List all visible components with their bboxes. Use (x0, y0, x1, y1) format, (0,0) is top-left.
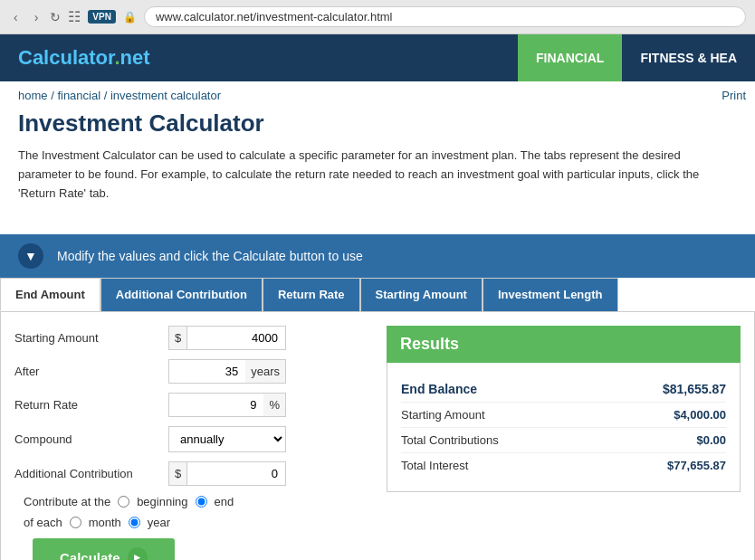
compound-label: Compound (14, 432, 168, 446)
result-value-total-contributions: $0.00 (696, 433, 726, 447)
additional-prefix: $ (169, 462, 187, 485)
result-label-starting-amount: Starting Amount (401, 408, 485, 422)
starting-amount-row: Starting Amount $ (14, 326, 368, 350)
year-radio[interactable] (129, 517, 140, 528)
additional-contribution-input-wrap: $ (168, 461, 286, 486)
nav-tab-financial[interactable]: FINANCIAL (518, 34, 622, 81)
breadcrumb-financial[interactable]: financial (57, 89, 100, 102)
tab-end-amount[interactable]: End Amount (0, 278, 100, 311)
result-value-end-balance: $81,655.87 (663, 382, 726, 396)
result-label-total-interest: Total Interest (401, 459, 468, 472)
starting-amount-input[interactable] (187, 327, 285, 349)
return-rate-suffix: % (263, 394, 285, 416)
main-content: Investment Calculator The Investment Cal… (0, 109, 755, 234)
logo-text: Calculator (18, 46, 114, 69)
beginning-radio[interactable] (118, 496, 129, 508)
result-row-total-interest: Total Interest $77,655.87 (401, 453, 726, 478)
vpn-badge: VPN (88, 10, 116, 24)
calculate-label: Calculate (60, 550, 120, 560)
calc-form: Starting Amount $ After years Return Rat… (14, 326, 368, 560)
page-content: home / financial / investment calculator… (0, 81, 755, 560)
starting-amount-prefix: $ (169, 327, 187, 349)
additional-contribution-label: Additional Contribution (14, 467, 168, 480)
return-rate-input-wrap: % (168, 393, 286, 417)
tab-starting-amount[interactable]: Starting Amount (360, 278, 483, 311)
page-title: Investment Calculator (18, 109, 737, 138)
result-row-total-contributions: Total Contributions $0.00 (401, 428, 726, 453)
end-label: end (215, 495, 234, 508)
results-title: Results (387, 326, 741, 363)
beginning-label: beginning (137, 495, 187, 508)
site-logo[interactable]: Calculator.net (18, 35, 150, 81)
result-row-starting-amount: Starting Amount $4,000.00 (401, 403, 726, 428)
tabs-row: End Amount Additional Contribution Retur… (0, 278, 755, 311)
breadcrumb-investment-calculator[interactable]: investment calculator (110, 89, 221, 102)
calculate-arrow-icon: ► (128, 547, 148, 560)
return-rate-label: Return Rate (14, 398, 168, 412)
month-radio[interactable] (70, 517, 81, 528)
results-panel: Results End Balance $81,655.87 Starting … (387, 326, 741, 560)
after-input[interactable] (169, 360, 245, 383)
starting-amount-input-wrap: $ (168, 326, 286, 350)
calculator-section: Starting Amount $ After years Return Rat… (0, 311, 755, 560)
back-button[interactable]: ‹ (9, 8, 23, 26)
return-rate-row: Return Rate % (14, 393, 368, 417)
result-label-total-contributions: Total Contributions (401, 433, 499, 447)
year-label: year (148, 516, 170, 529)
nav-tab-fitness[interactable]: FITNESS & HEA (622, 34, 755, 81)
after-row: After years (14, 359, 368, 384)
tab-investment-length[interactable]: Investment Length (483, 278, 618, 311)
breadcrumb-home[interactable]: home (18, 89, 48, 102)
month-label: month (89, 516, 121, 529)
forward-button[interactable]: › (30, 8, 43, 26)
browser-bar: ‹ › ↻ ☷ VPN 🔒 www.calculator.net/investm… (0, 0, 755, 34)
page-description: The Investment Calculator can be used to… (18, 147, 737, 203)
result-value-starting-amount: $4,000.00 (674, 408, 726, 422)
info-bar: ▼ Modify the values and click the Calcul… (0, 234, 755, 278)
breadcrumb: home / financial / investment calculator (0, 81, 239, 109)
site-header: Calculator.net FINANCIAL FITNESS & HEA (0, 34, 755, 81)
return-rate-input[interactable] (169, 394, 263, 416)
result-row-end-balance: End Balance $81,655.87 (401, 376, 726, 403)
starting-amount-label: Starting Amount (14, 331, 168, 345)
print-link[interactable]: Print (722, 89, 755, 102)
grid-icon: ☷ (68, 8, 81, 25)
logo-suffix: net (120, 46, 150, 69)
compound-row: Compound annually semi-annually quarterl… (14, 426, 368, 452)
compound-select[interactable]: annually semi-annually quarterly monthly… (168, 426, 286, 452)
result-value-total-interest: $77,655.87 (667, 459, 726, 472)
lock-icon: 🔒 (123, 11, 137, 24)
additional-contribution-row: Additional Contribution $ (14, 461, 368, 486)
results-body: End Balance $81,655.87 Starting Amount $… (387, 363, 741, 492)
contribute-timing-row: Contribute at the beginning end (14, 495, 368, 508)
calculate-button[interactable]: Calculate ► (33, 538, 175, 560)
nav-tabs: FINANCIAL FITNESS & HEA (518, 34, 755, 81)
after-label: After (14, 365, 168, 378)
after-input-wrap: years (168, 359, 286, 384)
refresh-button[interactable]: ↻ (50, 10, 61, 24)
end-radio[interactable] (196, 496, 207, 508)
contribute-label: Contribute at the (24, 495, 110, 508)
after-suffix: years (245, 360, 285, 383)
of-each-label: of each (24, 516, 62, 529)
tab-additional-contribution[interactable]: Additional Contribution (100, 278, 263, 311)
info-bar-text: Modify the values and click the Calculat… (57, 249, 363, 263)
info-bar-arrow-icon: ▼ (18, 243, 43, 269)
contribute-period-row: of each month year (14, 516, 368, 529)
tab-return-rate[interactable]: Return Rate (263, 278, 360, 311)
additional-contribution-input[interactable] (187, 462, 285, 485)
url-bar[interactable]: www.calculator.net/investment-calculator… (144, 6, 746, 27)
result-label-end-balance: End Balance (401, 382, 477, 396)
